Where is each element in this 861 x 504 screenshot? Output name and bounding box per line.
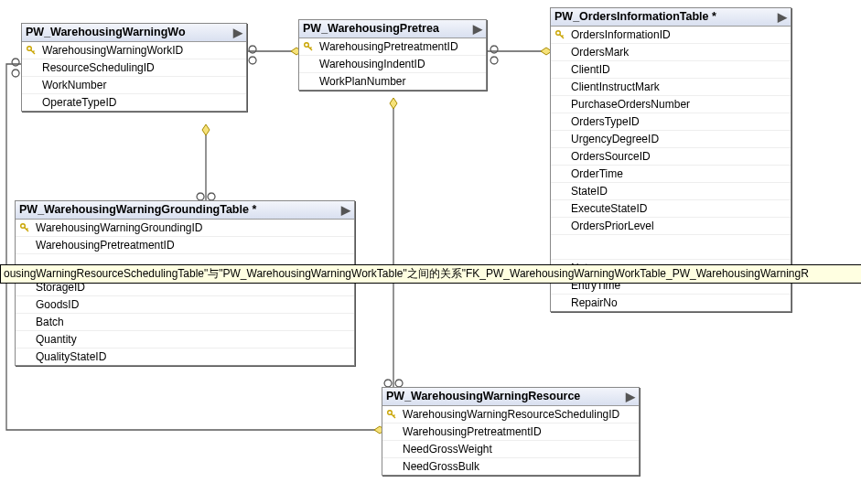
infinity-end-icon: [12, 59, 19, 77]
expand-icon: ▶: [778, 10, 787, 24]
column-name: StateID: [569, 185, 608, 198]
column-row[interactable]: WarehousingPretreatmentID: [299, 38, 486, 56]
column-row[interactable]: QualityStateID: [16, 349, 354, 365]
column-row[interactable]: ResourceSchedulingID: [22, 59, 246, 77]
column-row[interactable]: OrderTime: [551, 166, 791, 183]
obscured-row: [551, 235, 791, 260]
column-name: WarehousingPretreatmentID: [317, 40, 458, 53]
column-list-pretreat: WarehousingPretreatmentIDWarehousingInde…: [299, 38, 486, 90]
expand-icon: ▶: [626, 390, 635, 403]
infinity-end-icon: [197, 193, 215, 200]
table-header[interactable]: PW_WarehousingWarningWo ▶: [22, 24, 246, 42]
table-header[interactable]: PW_WarehousingWarningGroundingTable * ▶: [16, 201, 354, 220]
column-row[interactable]: OperateTypeID: [22, 94, 246, 111]
diagram-canvas: PW_WarehousingWarningWo ▶ WarehousingWar…: [0, 0, 861, 504]
relationship-tooltip: ousingWarningResourceSchedulingTable"与"P…: [0, 264, 861, 284]
column-row[interactable]: Quantity: [16, 331, 354, 349]
table-work[interactable]: PW_WarehousingWarningWo ▶ WarehousingWar…: [21, 23, 247, 112]
primary-key-icon: [386, 409, 401, 420]
table-title: PW_WarehousingPretrea: [303, 22, 439, 35]
column-name: NeedGrossWeight: [401, 443, 492, 456]
column-name: OrdersTypeID: [569, 115, 640, 128]
column-row[interactable]: WarehousingPretreatmentID: [382, 424, 639, 441]
column-row[interactable]: UrgencyDegreeID: [551, 131, 791, 148]
primary-key-icon: [26, 45, 40, 56]
expand-icon: ▶: [233, 26, 242, 39]
column-row[interactable]: WarehousingWarningResourceSchedulingID: [382, 406, 639, 424]
infinity-end-icon: [384, 380, 403, 387]
column-row[interactable]: WarehousingPretreatmentID: [16, 237, 354, 254]
column-name: WorkPlanNumber: [317, 75, 405, 88]
column-name: OperateTypeID: [40, 96, 116, 109]
infinity-end-icon: [249, 46, 256, 64]
column-name: WarehousingWarningWorkID: [40, 44, 183, 57]
table-title: PW_WarehousingWarningWo: [26, 26, 186, 38]
column-name: ExecuteStateID: [569, 202, 647, 215]
column-row[interactable]: OrdersTypeID: [551, 113, 791, 131]
column-row[interactable]: StateID: [551, 183, 791, 200]
table-title: PW_WarehousingWarningResource: [386, 390, 580, 402]
table-header[interactable]: PW_WarehousingWarningResource ▶: [382, 388, 639, 406]
column-row[interactable]: WarehousingWarningGroundingID: [16, 220, 354, 237]
column-name: ResourceSchedulingID: [40, 61, 155, 74]
column-row[interactable]: WorkPlanNumber: [299, 73, 486, 90]
column-name: OrdersSourceID: [569, 150, 651, 163]
column-name: Batch: [34, 316, 64, 328]
column-name: WarehousingPretreatmentID: [401, 425, 542, 438]
tooltip-text: ousingWarningResourceSchedulingTable"与"P…: [4, 267, 809, 280]
column-row[interactable]: RepairNo: [551, 295, 791, 311]
column-name: NeedGrossBulk: [401, 460, 479, 473]
column-name: WarehousingIndentID: [317, 58, 425, 70]
column-name: Quantity: [34, 333, 77, 346]
primary-key-icon: [303, 41, 317, 52]
column-row[interactable]: OrdersInformationID: [551, 27, 791, 44]
infinity-end-icon: [490, 46, 498, 64]
column-name: QualityStateID: [34, 350, 106, 363]
column-row[interactable]: NeedGrossWeight: [382, 441, 639, 458]
column-row[interactable]: NeedGrossBulk: [382, 458, 639, 475]
column-name: UrgencyDegreeID: [569, 133, 659, 145]
column-name: OrderTime: [569, 167, 623, 180]
column-name: WarehousingWarningGroundingID: [34, 221, 203, 234]
table-header[interactable]: PW_OrdersInformationTable * ▶: [551, 8, 791, 27]
key-end-icon: [390, 98, 397, 109]
column-row[interactable]: Batch: [16, 314, 354, 331]
column-name: ClientInstructMark: [569, 80, 660, 93]
column-row[interactable]: ExecuteStateID: [551, 200, 791, 218]
column-row[interactable]: PurchaseOrdersNumber: [551, 96, 791, 113]
column-name: WarehousingPretreatmentID: [34, 239, 175, 252]
column-list-work: WarehousingWarningWorkIDResourceScheduli…: [22, 42, 246, 111]
column-row[interactable]: ClientID: [551, 61, 791, 79]
column-list-grounding: WarehousingWarningGroundingIDWarehousing…: [16, 220, 354, 365]
expand-icon: ▶: [473, 22, 482, 36]
table-pretreat[interactable]: PW_WarehousingPretrea ▶ WarehousingPretr…: [298, 19, 487, 91]
column-name: OrdersInformationID: [569, 28, 671, 41]
column-row[interactable]: WarehousingIndentID: [299, 56, 486, 73]
column-row[interactable]: WorkNumber: [22, 77, 246, 94]
primary-key-icon: [19, 222, 34, 233]
table-header[interactable]: PW_WarehousingPretrea ▶: [299, 20, 486, 38]
column-name: WarehousingWarningResourceSchedulingID: [401, 408, 619, 421]
column-name: PurchaseOrdersNumber: [569, 98, 690, 111]
column-row[interactable]: ClientInstructMark: [551, 79, 791, 96]
column-list-resource: WarehousingWarningResourceSchedulingIDWa…: [382, 406, 639, 475]
column-row[interactable]: WarehousingWarningWorkID: [22, 42, 246, 59]
column-name: RepairNo: [569, 296, 618, 309]
table-title: PW_OrdersInformationTable *: [554, 10, 716, 23]
table-title: PW_WarehousingWarningGroundingTable *: [19, 203, 256, 216]
column-name: OrdersPriorLevel: [569, 220, 654, 232]
expand-icon: ▶: [341, 203, 350, 217]
column-name: GoodsID: [34, 298, 79, 311]
table-resource[interactable]: PW_WarehousingWarningResource ▶ Warehous…: [382, 387, 640, 476]
primary-key-icon: [554, 29, 569, 40]
column-row[interactable]: GoodsID: [16, 296, 354, 314]
key-end-icon: [202, 124, 210, 135]
column-row[interactable]: OrdersPriorLevel: [551, 218, 791, 235]
column-name: WorkNumber: [40, 79, 106, 91]
column-row[interactable]: OrdersSourceID: [551, 148, 791, 166]
column-name: ClientID: [569, 63, 610, 76]
column-row[interactable]: OrdersMark: [551, 44, 791, 61]
column-name: OrdersMark: [569, 46, 629, 59]
